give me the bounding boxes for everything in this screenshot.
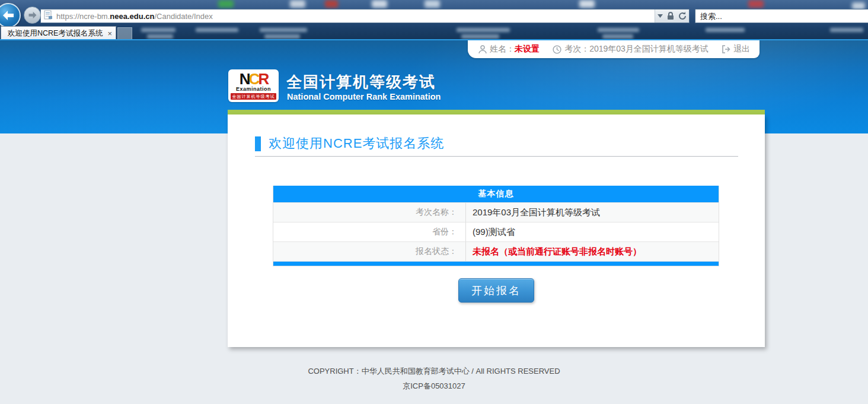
desktop-label-blur (602, 34, 633, 39)
site-title-zh: 全国计算机等级考试 (286, 72, 436, 93)
desktop-icon-blur (290, 0, 305, 8)
search-input[interactable] (695, 9, 868, 23)
user-bar: 姓名：未设置 考次：2019年03月全国计算机等级考试 退出 (468, 40, 760, 58)
browser-chrome: https://ncre-bm.neea.edu.cn/Candidate/In… (0, 0, 868, 40)
tab-close-button[interactable]: × (107, 30, 112, 37)
row-value: 2019年03月全国计算机等级考试 (466, 203, 719, 222)
user-name: 姓名：未设置 (490, 44, 540, 55)
desktop-label-blur (461, 34, 499, 39)
desktop-label-blur (457, 28, 510, 32)
desktop-icon-blur (218, 0, 234, 8)
desktop-icon-blur (372, 0, 387, 8)
new-tab-button[interactable] (117, 27, 132, 40)
row-label: 报名状态： (273, 242, 466, 261)
forward-arrow-icon (28, 11, 37, 19)
desktop-label-blur (830, 28, 863, 32)
table-row: 报名状态： 未报名（或当前通行证账号非报名时账号） (273, 241, 719, 261)
start-registration-button[interactable]: 开始报名 (458, 278, 534, 303)
page-footer: COPYRIGHT：中华人民共和国教育部考试中心 / All RIGHTS RE… (0, 364, 868, 393)
desktop-label-blur (260, 28, 307, 32)
site-title-en: National Computer Rank Examination (287, 92, 441, 101)
ncre-logo: NCR Examination 全国计算机等级考试 (228, 69, 279, 102)
forward-button[interactable] (24, 7, 41, 24)
desktop-icon-blur (425, 0, 440, 8)
table-row: 考次名称： 2019年03月全国计算机等级考试 (273, 202, 719, 222)
row-label: 省份： (273, 222, 466, 241)
desktop-label-blur (706, 28, 745, 32)
address-bar[interactable]: https://ncre-bm.neea.edu.cn/Candidate/In… (40, 9, 690, 23)
ncre-logo-letters: NCR (240, 71, 267, 85)
row-value: (99)测试省 (466, 222, 719, 241)
title-accent-bar (255, 136, 261, 151)
row-label: 考次名称： (273, 203, 466, 222)
search-box[interactable] (695, 9, 868, 23)
chrome-divider (0, 39, 868, 40)
refresh-button-icon[interactable] (678, 12, 687, 20)
autocomplete-dropdown-icon[interactable] (658, 14, 663, 18)
accent-bar (228, 110, 765, 114)
page: 姓名：未设置 考次：2019年03月全国计算机等级考试 退出 NCR Exami… (0, 40, 868, 404)
logout-link[interactable]: 退出 (733, 44, 750, 55)
desktop-label-blur (147, 34, 173, 39)
content-panel: 欢迎使用NCRE考试报名系统 基本信息 考次名称： 2019年03月全国计算机等… (228, 114, 765, 347)
browser-tab[interactable]: 欢迎使用NCRE考试报名系统 × (1, 26, 116, 40)
desktop-label-blur (598, 28, 639, 32)
desktop-label-blur (141, 28, 175, 32)
desktop-label-blur (264, 34, 300, 39)
back-arrow-icon (2, 10, 15, 21)
center-column: NCR Examination 全国计算机等级考试 全国计算机等级考试 Nati… (228, 40, 765, 347)
tab-title: 欢迎使用NCRE考试报名系统 (8, 28, 103, 39)
table-header: 基本信息 (273, 186, 719, 202)
exam-session-icon (553, 45, 561, 54)
security-lock-icon (667, 12, 674, 20)
ncre-logo-subtitle: Examination (236, 86, 271, 92)
page-title: 欢迎使用NCRE考试报名系统 (255, 135, 444, 152)
url-text: https://ncre-bm.neea.edu.cn/Candidate/In… (56, 12, 655, 21)
registration-status-value: 未报名（或当前通行证账号非报名时账号） (466, 242, 719, 261)
icp-line: 京ICP备05031027 (0, 378, 868, 393)
desktop-icon-blur (325, 0, 338, 8)
desktop-label-blur (196, 28, 238, 32)
page-favicon-icon (44, 10, 53, 22)
ncre-logo-banner: 全国计算机等级考试 (231, 93, 276, 100)
user-icon (478, 45, 487, 54)
table-footer-bar (273, 261, 719, 266)
logout-icon (722, 45, 730, 53)
copyright-line: COPYRIGHT：中华人民共和国教育部考试中心 / All RIGHTS RE… (0, 364, 868, 378)
desktop-icon-blur (579, 0, 595, 8)
title-divider (255, 156, 738, 157)
exam-session: 考次：2019年03月全国计算机等级考试 (564, 44, 709, 55)
desktop-icon-blur (748, 0, 764, 8)
back-button[interactable] (0, 3, 21, 28)
address-bar-buttons (655, 9, 689, 23)
table-row: 省份： (99)测试省 (273, 222, 719, 241)
basic-info-table: 基本信息 考次名称： 2019年03月全国计算机等级考试 省份： (99)测试省… (273, 186, 719, 266)
user-name-value: 未设置 (515, 44, 540, 55)
